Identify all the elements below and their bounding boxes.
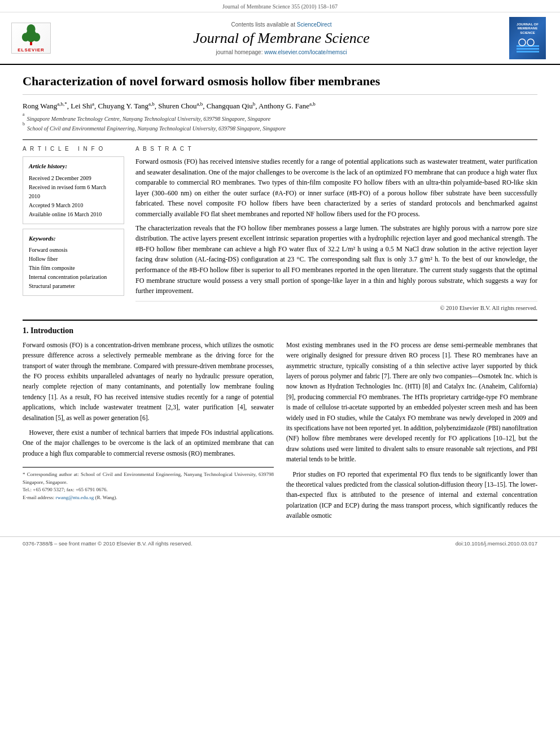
article-info-header-label: A R T I C L E I N F O: [23, 146, 124, 152]
keywords-label: Keywords:: [29, 234, 118, 244]
abstract-col: A B S T R A C T Forward osmosis (FO) has…: [135, 146, 537, 311]
article-title: Characterization of novel forward osmosi…: [23, 73, 537, 95]
available-date: Available online 16 March 2010: [29, 210, 118, 219]
homepage-url[interactable]: www.elsevier.com/locate/memsci: [264, 49, 347, 55]
page: Journal of Membrane Science 355 (2010) 1…: [0, 0, 560, 747]
received-date: Received 2 December 2009: [29, 174, 118, 183]
elsevier-logo-area: ELSEVIER: [6, 17, 56, 59]
logo-line1: journal of: [517, 23, 539, 27]
svg-point-4: [27, 24, 35, 34]
abstract-para-2: The characterization reveals that the FO…: [135, 223, 537, 296]
issn-text: 0376-7388/$ – see front matter © 2010 El…: [23, 540, 193, 547]
elsevier-wordmark: ELSEVIER: [18, 47, 45, 53]
intro-right-para-2: Prior studies on FO reported that experi…: [286, 469, 537, 521]
abstract-text: Forward osmosis (FO) has received intens…: [135, 156, 537, 296]
svg-point-9: [527, 39, 534, 46]
keyword-1: Forward osmosis: [29, 246, 118, 255]
journal-title: Journal of Membrane Science: [193, 30, 370, 47]
bottom-bar: 0376-7388/$ – see front matter © 2010 El…: [0, 536, 560, 550]
keywords-box: Keywords: Forward osmosis Hollow fiber T…: [23, 229, 124, 296]
main-content: Characterization of novel forward osmosi…: [0, 65, 560, 536]
intro-right-para-1: Most existing membranes used in the FO p…: [286, 340, 537, 465]
svg-rect-7: [517, 51, 539, 53]
introduction-section: 1. Introduction Forward osmosis (FO) is …: [23, 320, 537, 526]
doi-text: doi:10.1016/j.memsci.2010.03.017: [456, 540, 537, 547]
copyright-line: © 2010 Elsevier B.V. All rights reserved…: [135, 301, 537, 311]
keyword-4: Internal concentration polarization: [29, 273, 118, 282]
footnote-email: E-mail address: rwang@ntu.edu.sg (R. Wan…: [23, 494, 274, 502]
journal-citation: Journal of Membrane Science 355 (2010) 1…: [0, 0, 560, 12]
svg-point-8: [519, 39, 526, 46]
info-abstract-section: A R T I C L E I N F O Article history: R…: [23, 139, 537, 311]
footnote-star: * Corresponding author at: School of Civ…: [23, 471, 274, 486]
journal-logo-box: journal of MEMBRANE SCIENCE: [509, 17, 546, 59]
accepted-date: Accepted 9 March 2010: [29, 201, 118, 210]
intro-left-para-1: Forward osmosis (FO) is a concentration-…: [23, 340, 274, 423]
intro-right-col: Most existing membranes used in the FO p…: [286, 340, 537, 526]
intro-left-col: Forward osmosis (FO) is a concentration-…: [23, 340, 274, 526]
elsevier-logo: ELSEVIER: [11, 23, 51, 54]
footnote-tel: Tel.: +65 6790 5327; fax: +65 6791 0676.: [23, 486, 274, 494]
footnote-area: * Corresponding author at: School of Civ…: [23, 467, 274, 501]
sciencedirect-link[interactable]: ScienceDirect: [297, 21, 332, 28]
journal-header: ELSEVIER Contents lists available at Sci…: [0, 12, 560, 65]
keyword-2: Hollow fiber: [29, 255, 118, 264]
keyword-5: Structural parameter: [29, 282, 118, 291]
affiliation-a: a Singapore Membrane Technology Centre, …: [23, 115, 537, 123]
footnote-email-link[interactable]: rwang@ntu.edu.sg: [55, 495, 94, 500]
intro-section-title: 1. Introduction: [23, 326, 537, 335]
intro-body: Forward osmosis (FO) is a concentration-…: [23, 340, 537, 526]
svg-rect-5: [517, 45, 539, 47]
affiliation-b: b School of Civil and Environmental Engi…: [23, 124, 537, 133]
affiliations: a Singapore Membrane Technology Centre, …: [23, 115, 537, 133]
authors-line: Rong Wanga,b,*, Lei Shia, Chuyang Y. Tan…: [23, 101, 537, 112]
abstract-header-label: A B S T R A C T: [135, 146, 537, 152]
intro-left-para-2: However, there exist a number of technic…: [23, 427, 274, 458]
logo-line3: SCIENCE: [520, 31, 535, 35]
revised-date: Received in revised form 6 March 2010: [29, 183, 118, 201]
journal-title-area: Contents lists available at ScienceDirec…: [62, 17, 501, 59]
abstract-para-1: Forward osmosis (FO) has received intens…: [135, 156, 537, 220]
keyword-3: Thin film composite: [29, 264, 118, 273]
article-info-col: A R T I C L E I N F O Article history: R…: [23, 146, 124, 311]
logo-line2: MEMBRANE: [518, 27, 537, 30]
svg-rect-6: [517, 48, 539, 50]
sciencedirect-info: Contents lists available at ScienceDirec…: [231, 21, 332, 28]
svg-point-3: [33, 33, 40, 41]
article-history-box: Article history: Received 2 December 200…: [23, 156, 124, 224]
article-history-label: Article history:: [29, 161, 118, 172]
journal-logo-area: journal of MEMBRANE SCIENCE: [506, 17, 549, 59]
journal-homepage: journal homepage: www.elsevier.com/locat…: [216, 49, 347, 55]
svg-point-2: [22, 33, 29, 41]
